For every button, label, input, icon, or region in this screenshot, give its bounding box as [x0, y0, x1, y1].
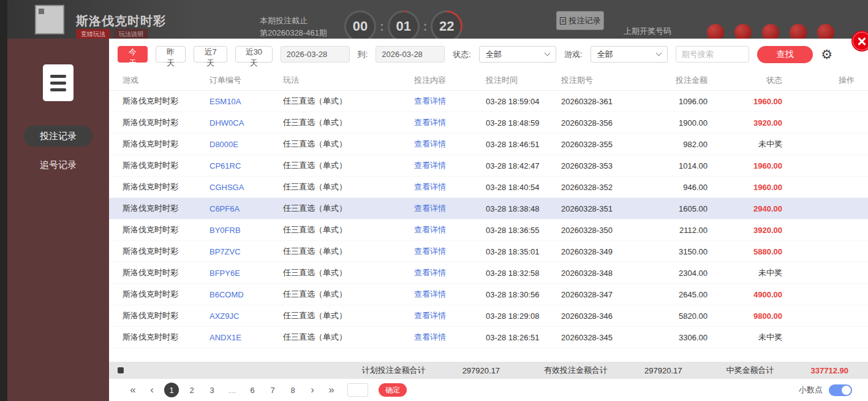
to-label: 到:	[358, 49, 368, 60]
table-row[interactable]: 斯洛伐克时时彩 C6PF6A 任三直选（单式） 查看详情 03-28 18:38…	[109, 198, 868, 220]
page-button-6[interactable]: 6	[245, 383, 260, 397]
status-select[interactable]: 全部	[479, 46, 556, 63]
page-jump-input[interactable]	[347, 383, 368, 397]
quick-filter-0[interactable]: 今天	[118, 46, 148, 63]
cell-bet-time: 03-28 18:35:01	[486, 247, 561, 256]
page: 斯洛伐克时时彩 竞猜玩法 玩法说明 本期投注截止 第20260328-461期 …	[0, 0, 868, 401]
table-row[interactable]: 斯洛伐克时时彩 D8000E 任三直选（单式） 查看详情 03-28 18:46…	[109, 134, 868, 155]
quick-filter-2[interactable]: 近7天	[194, 46, 227, 63]
order-number-link[interactable]: C6PF6A	[209, 204, 283, 213]
page-button-1[interactable]: 1	[164, 383, 179, 397]
first-page-button[interactable]: «	[126, 384, 140, 396]
table-row[interactable]: 斯洛伐克时时彩 DHW0CA 任三直选（单式） 查看详情 03-28 18:48…	[109, 112, 868, 134]
cell-game: 斯洛伐克时时彩	[123, 224, 209, 235]
sidebar-item-0[interactable]: 投注记录	[24, 126, 92, 147]
cell-bet-time: 03-28 18:32:58	[486, 269, 561, 278]
view-details-link[interactable]: 查看详情	[414, 139, 486, 150]
table-row[interactable]: 斯洛伐克时时彩 ESM10A 任三直选（单式） 查看详情 03-28 18:59…	[109, 91, 868, 112]
cell-play-type: 任三直选（单式）	[283, 246, 414, 257]
table-row[interactable]: 斯洛伐克时时彩 B6COMD 任三直选（单式） 查看详情 03-28 18:30…	[109, 284, 868, 305]
valid-total-label: 有效投注金额合计	[544, 365, 608, 376]
table-row[interactable]: 斯洛伐克时时彩 ANDX1E 任三直选（单式） 查看详情 03-28 18:26…	[109, 327, 868, 348]
cell-status: 9800.00	[708, 311, 782, 321]
page-button-2[interactable]: 2	[184, 383, 199, 397]
column-header-6: 投注期号	[561, 75, 653, 86]
cell-period: 20260328-352	[561, 183, 653, 192]
order-number-link[interactable]: DHW0CA	[209, 118, 283, 128]
cell-play-type: 任三直选（单式）	[283, 181, 414, 193]
date-from-input[interactable]	[281, 46, 350, 63]
cell-period: 20260328-347	[561, 290, 653, 299]
quick-filter-1[interactable]: 昨天	[156, 46, 186, 63]
cell-game: 斯洛伐克时时彩	[123, 310, 209, 321]
table-row[interactable]: 斯洛伐克时时彩 CP61RC 任三直选（单式） 查看详情 03-28 18:42…	[109, 155, 868, 177]
gear-icon[interactable]: ⚙	[821, 48, 832, 61]
next-page-button[interactable]: ›	[306, 384, 319, 396]
search-button[interactable]: 查找	[757, 46, 813, 63]
view-details-link[interactable]: 查看详情	[414, 224, 486, 235]
page-button-3[interactable]: 3	[205, 383, 219, 397]
order-number-link[interactable]: BFPY6E	[209, 269, 283, 278]
prev-page-button[interactable]: ‹	[145, 384, 159, 396]
order-number-link[interactable]: AXZ9JC	[209, 311, 283, 321]
view-details-link[interactable]: 查看详情	[414, 310, 486, 321]
page-button-7[interactable]: 7	[265, 383, 280, 397]
order-number-link[interactable]: ANDX1E	[209, 333, 283, 342]
table-row[interactable]: 斯洛伐克时时彩 BFPY6E 任三直选（单式） 查看详情 03-28 18:32…	[109, 262, 868, 284]
view-details-link[interactable]: 查看详情	[414, 332, 486, 343]
view-details-link[interactable]: 查看详情	[414, 117, 486, 128]
order-number-link[interactable]: BP7ZVC	[209, 247, 283, 256]
view-details-link[interactable]: 查看详情	[414, 289, 486, 300]
cell-amount: 1014.00	[653, 161, 708, 170]
view-details-link[interactable]: 查看详情	[414, 181, 486, 193]
close-button[interactable]	[851, 31, 868, 52]
decimal-toggle[interactable]	[829, 384, 852, 396]
view-details-link[interactable]: 查看详情	[414, 160, 486, 171]
cell-bet-time: 03-28 18:46:51	[486, 140, 561, 149]
table-row[interactable]: 斯洛伐克时时彩 BY0FRB 任三直选（单式） 查看详情 03-28 18:36…	[109, 220, 868, 241]
period-search-input[interactable]	[676, 46, 749, 63]
view-details-link[interactable]: 查看详情	[414, 246, 486, 257]
table-row[interactable]: 斯洛伐克时时彩 BP7ZVC 任三直选（单式） 查看详情 03-28 18:35…	[109, 241, 868, 262]
order-number-link[interactable]: ESM10A	[209, 97, 283, 106]
countdown-seconds: 22	[432, 12, 461, 40]
cell-amount: 5820.00	[653, 311, 708, 321]
game-select[interactable]: 全部	[591, 46, 668, 63]
game-logo	[35, 5, 64, 34]
order-number-link[interactable]: CGHSGA	[209, 183, 283, 192]
quick-filter-3[interactable]: 近30天	[235, 46, 273, 63]
page-button-8[interactable]: 8	[285, 383, 300, 397]
deadline-label: 本期投注截止	[260, 15, 327, 27]
win-total-value: 337712.90	[811, 366, 848, 375]
records-panel: 今天昨天近7天近30天 到: 状态: 全部 游戏: 全部 查找 ⚙ 游戏订单编号…	[109, 39, 868, 401]
cell-amount: 2304.00	[653, 269, 708, 278]
cell-amount: 3150.00	[653, 247, 708, 256]
last-page-button[interactable]: »	[325, 384, 338, 396]
sidebar-item-1[interactable]: 追号记录	[24, 155, 92, 175]
cell-bet-time: 03-28 18:30:56	[486, 290, 561, 299]
cell-period: 20260328-350	[561, 226, 653, 235]
order-number-link[interactable]: CP61RC	[209, 161, 283, 170]
game-select-value: 全部	[597, 49, 613, 60]
cell-play-type: 任三直选（单式）	[283, 139, 414, 150]
order-number-link[interactable]: D8000E	[209, 140, 283, 149]
date-to-input[interactable]	[376, 46, 445, 63]
bet-records-button[interactable]: 投注记录	[556, 11, 604, 30]
confirm-button[interactable]: 确定	[379, 383, 407, 397]
view-details-link[interactable]: 查看详情	[414, 96, 486, 107]
column-header-8: 状态	[708, 75, 782, 86]
cell-amount: 3306.00	[653, 333, 708, 342]
status-select-value: 全部	[486, 49, 502, 60]
sidebar-nav: 投注记录追号记录	[7, 126, 109, 175]
view-details-link[interactable]: 查看详情	[414, 203, 486, 214]
view-details-link[interactable]: 查看详情	[414, 267, 486, 278]
table-row[interactable]: 斯洛伐克时时彩 CGHSGA 任三直选（单式） 查看详情 03-28 18:40…	[109, 177, 868, 198]
order-number-link[interactable]: BY0FRB	[209, 226, 283, 235]
cell-play-type: 任三直选（单式）	[283, 289, 414, 300]
column-header-9: 操作	[782, 75, 855, 86]
close-icon	[856, 36, 867, 47]
left-strip	[0, 0, 7, 401]
order-number-link[interactable]: B6COMD	[209, 290, 283, 299]
countdown-hours-circle: 00	[344, 10, 376, 42]
table-row[interactable]: 斯洛伐克时时彩 AXZ9JC 任三直选（单式） 查看详情 03-28 18:29…	[109, 305, 868, 327]
